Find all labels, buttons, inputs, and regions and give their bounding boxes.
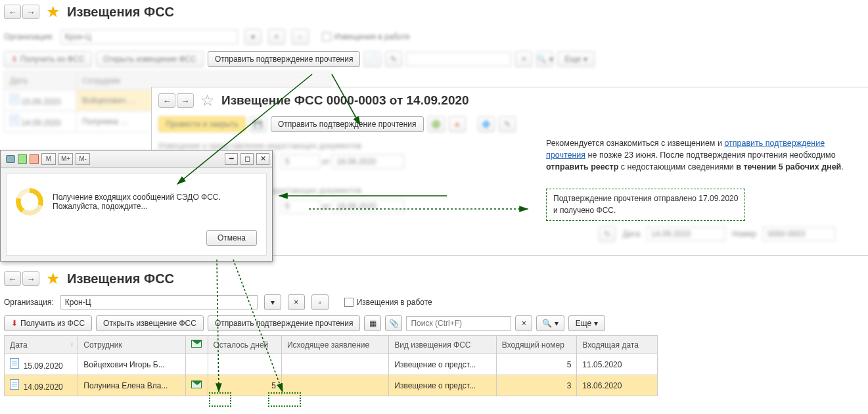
doc-icon xyxy=(10,379,19,390)
date-field-sub[interactable]: 14.09.2020 xyxy=(647,227,725,241)
minimize-button[interactable]: ━ xyxy=(225,153,238,165)
org-open-bot[interactable]: ▫ xyxy=(311,294,329,310)
execute-search-top[interactable]: 🔍 ▾ xyxy=(536,51,553,67)
clear-search-top[interactable]: × xyxy=(515,51,532,67)
print-icon[interactable] xyxy=(6,155,15,163)
annotation-dashed-days xyxy=(268,392,301,407)
org-label-top: Организация: xyxy=(4,32,54,41)
th-in-date[interactable]: Входящая дата xyxy=(577,336,658,354)
inwork-label-bot: Извещения в работе xyxy=(357,298,432,307)
execute-search-bot[interactable]: 🔍 ▾ xyxy=(536,315,564,331)
org-dropdown-bot[interactable]: ▾ xyxy=(264,294,281,310)
attach-bot[interactable]: 📎 xyxy=(385,315,402,331)
confirmation-status-box: Подтверждение прочтения отправлено 17.09… xyxy=(546,189,745,221)
nav-buttons-top: ← → xyxy=(4,5,39,19)
page-title-bot: Извещения ФСС xyxy=(67,271,174,287)
icon-c-sub[interactable]: 🔷 xyxy=(478,116,495,132)
icon-d-sub[interactable]: ✎ xyxy=(499,116,516,132)
org-clear-top[interactable]: × xyxy=(268,29,285,45)
th-in-num[interactable]: Входящий номер xyxy=(496,336,577,354)
th-employee[interactable]: Сотрудник xyxy=(78,336,185,354)
table-row[interactable]: 14.09.2020 Полунина Елена Вла... 5 Извещ… xyxy=(5,375,658,396)
org-label-bot: Организация: xyxy=(4,298,54,307)
progress-dialog: М М+ М- ━ ◻ ✕ Получение входящих сообщен… xyxy=(0,150,273,262)
edit-doc-sub[interactable]: ✎ xyxy=(599,226,616,242)
star-icon-sub[interactable]: ☆ xyxy=(200,93,215,108)
inwork-label-top: Извещения в работе xyxy=(334,32,410,41)
calendar-green-icon[interactable] xyxy=(18,154,27,164)
icon-a-sub[interactable]: 🟢 xyxy=(428,116,445,132)
send-confirm-button-sub[interactable]: Отправить подтверждение прочтения xyxy=(271,116,424,132)
list-settings-bot[interactable]: ▦ xyxy=(364,315,381,331)
table-row[interactable]: 15.09.2020 Войцехович Игорь Б... Извещен… xyxy=(5,354,658,375)
new-button-top[interactable]: 📄 xyxy=(364,51,381,67)
th-date-top[interactable]: Дата xyxy=(5,72,77,90)
spinner-icon xyxy=(16,188,43,216)
num-field-sub[interactable]: 0000-0003 xyxy=(763,227,835,241)
send-confirm-button-top[interactable]: Отправить подтверждение прочтения xyxy=(208,51,361,67)
org-dropdown-top[interactable]: ▾ xyxy=(244,29,262,45)
inwork-checkbox-bot[interactable] xyxy=(344,298,354,307)
mem-mplus-button[interactable]: М+ xyxy=(58,153,73,165)
calendar-red-icon[interactable] xyxy=(30,154,39,164)
recommendation-text: Рекомендуется ознакомиться с извещением … xyxy=(546,137,861,173)
edit-button-top[interactable]: ✎ xyxy=(385,51,402,67)
progress-line1: Получение входящих сообщений СЭДО ФСС. xyxy=(53,193,221,202)
back-button-sub[interactable]: ← xyxy=(158,93,175,108)
org-open-top[interactable]: ▫ xyxy=(292,29,309,45)
record-button-sub[interactable]: Провести и закрыть xyxy=(158,116,246,132)
num-label-sub: Номер xyxy=(732,229,756,239)
open-notice-bot[interactable]: Открыть извещение ФСС xyxy=(96,315,204,331)
icon-b-sub[interactable]: 🔺 xyxy=(449,116,466,132)
star-icon-bot[interactable]: ★ xyxy=(46,271,60,287)
inwork-checkbox-top[interactable] xyxy=(322,32,331,41)
get-from-fss-bot[interactable]: ⬇Получить из ФСС xyxy=(4,315,92,331)
date-label-sub: Дата xyxy=(622,229,640,239)
doc-icon xyxy=(10,358,19,369)
mail-header-icon xyxy=(191,340,202,348)
page-title-sub: Извещение ФСС 0000-0003 от 14.09.2020 xyxy=(221,93,469,108)
th-days[interactable]: Осталось дней xyxy=(208,336,281,354)
org-clear-bot[interactable]: × xyxy=(288,294,305,310)
search-bot[interactable] xyxy=(406,316,511,331)
send-confirm-button-bot[interactable]: Отправить подтверждение прочтения xyxy=(208,315,361,331)
forward-button-bot[interactable]: → xyxy=(22,271,39,286)
org-field-bot[interactable]: Крон-Ц xyxy=(60,295,258,310)
annotation-dashed-mail xyxy=(209,392,231,407)
more-menu-top[interactable]: Еще ▾ xyxy=(557,51,594,67)
more-menu-bot[interactable]: Еще ▾ xyxy=(568,315,605,331)
mem-mminus-button[interactable]: М- xyxy=(76,153,90,165)
forward-button[interactable]: → xyxy=(22,5,39,19)
mail-icon xyxy=(191,380,202,388)
progress-line2: Пожалуйста, подождите... xyxy=(53,202,221,211)
cancel-button[interactable]: Отмена xyxy=(206,230,257,246)
forward-button-sub[interactable]: → xyxy=(177,93,194,108)
maximize-button[interactable]: ◻ xyxy=(240,153,254,165)
close-button[interactable]: ✕ xyxy=(256,153,269,165)
th-outgoing[interactable]: Исходящее заявление xyxy=(281,336,388,354)
open-notice-top[interactable]: Открыть извещение ФСС xyxy=(96,51,204,67)
clear-search-bot[interactable]: × xyxy=(515,315,532,331)
star-icon[interactable]: ★ xyxy=(46,4,60,20)
th-mail-icon[interactable] xyxy=(185,336,208,354)
save-button-sub[interactable]: 💾 xyxy=(250,116,267,132)
page-title-top: Извещения ФСС xyxy=(67,5,174,20)
th-kind[interactable]: Вид извещения ФСС xyxy=(389,336,496,354)
back-button-bot[interactable]: ← xyxy=(4,271,21,286)
th-date[interactable]: Дата↑ xyxy=(5,336,78,354)
get-from-fss-top[interactable]: ⬇Получить из ФСС xyxy=(4,51,92,67)
org-field-top[interactable]: Крон-Ц xyxy=(60,30,238,44)
mem-m-button[interactable]: М xyxy=(41,153,56,165)
back-button[interactable]: ← xyxy=(4,5,21,19)
notices-table: Дата↑ Сотрудник Осталось дней Исходящее … xyxy=(4,335,658,396)
search-top[interactable] xyxy=(406,52,511,66)
